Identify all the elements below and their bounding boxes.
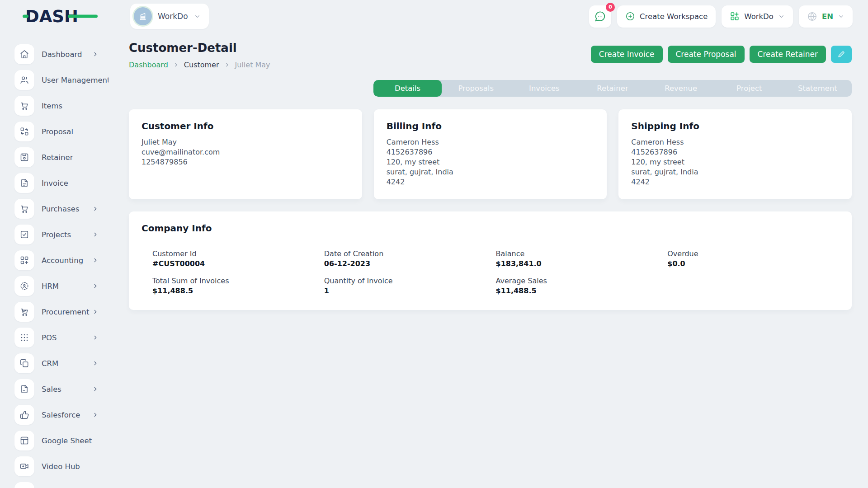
create-workspace-button[interactable]: Create Workspace	[617, 5, 716, 28]
topbar: DASH WorkDo 0	[0, 0, 868, 33]
chevron-right-icon	[92, 334, 99, 341]
workspace-switcher[interactable]: WorkDo	[130, 4, 209, 29]
grid-dots-icon	[14, 328, 34, 347]
language-label: EN	[822, 12, 833, 21]
sidebar-item-items[interactable]: Items	[14, 96, 105, 116]
create-workspace-label: Create Workspace	[640, 12, 708, 21]
tab-revenue[interactable]: Revenue	[647, 80, 715, 97]
company-field-quantity-of-invoice: Quantity of Invoice 1	[324, 277, 496, 295]
file-text-icon	[14, 173, 34, 193]
activity-icon	[14, 482, 34, 488]
page-actions: Create Invoice Create Proposal Create Re…	[591, 46, 852, 63]
breadcrumb: Dashboard Customer Juliet May	[129, 61, 270, 69]
customer-email: cuve@mailinator.com	[142, 147, 349, 157]
sidebar-item-dashboard[interactable]: Dashboard	[14, 44, 105, 64]
workdo-menu-button[interactable]: WorkDo	[722, 5, 793, 28]
customer-name: Juliet May	[142, 137, 349, 147]
sidebar-item-label: Retainer	[42, 153, 105, 162]
sidebar-item-projects[interactable]: Projects	[14, 225, 105, 244]
field-label: Date of Creation	[324, 249, 496, 258]
sidebar-item-label: Purchases	[42, 205, 92, 213]
chevron-right-icon	[92, 231, 99, 238]
sidebar-item-retainer[interactable]: Retainer	[14, 147, 105, 167]
logo-dash-accent	[23, 15, 28, 18]
edit-customer-button[interactable]	[831, 46, 852, 63]
page-title: Customer-Detail	[129, 42, 270, 55]
globe-icon	[807, 11, 817, 22]
field-value: $183,841.0	[496, 259, 668, 268]
tab-proposals[interactable]: Proposals	[442, 80, 510, 97]
billing-info-card: Billing Info Cameron Hess 4152637896 120…	[374, 109, 607, 199]
create-invoice-button[interactable]: Create Invoice	[591, 46, 663, 63]
pencil-icon	[837, 50, 845, 58]
sidebar-item-activity-log[interactable]: Activity Log	[14, 482, 105, 488]
chevron-right-icon	[92, 257, 99, 263]
swap-boxes-icon	[14, 122, 34, 141]
building-icon	[138, 11, 148, 21]
sidebar-item-pos[interactable]: POS	[14, 328, 105, 347]
shipping-info-card: Shipping Info Cameron Hess 4152637896 12…	[618, 109, 852, 199]
billing-phone: 4152637896	[387, 147, 594, 157]
card-title: Customer Info	[142, 121, 349, 131]
breadcrumb-dashboard-link[interactable]: Dashboard	[129, 61, 168, 69]
sidebar-item-user-management[interactable]: User Management	[14, 70, 105, 90]
file-text-icon	[14, 379, 34, 399]
billing-region: surat, gujrat, India	[387, 167, 594, 177]
customer-info-card: Customer Info Juliet May cuve@mailinator…	[129, 109, 362, 199]
tab-statement[interactable]: Statement	[783, 80, 852, 97]
language-selector[interactable]: EN	[799, 5, 853, 28]
card-title: Company Info	[142, 223, 839, 234]
field-value: 06-12-2023	[324, 259, 496, 268]
sidebar-item-label: Accounting	[42, 256, 92, 265]
chevron-right-icon	[224, 62, 230, 68]
breadcrumb-customer-link[interactable]: Customer	[184, 61, 219, 69]
billing-name: Cameron Hess	[387, 137, 594, 147]
create-retainer-button[interactable]: Create Retainer	[750, 46, 826, 63]
customer-phone: 1254879856	[142, 157, 349, 167]
shipping-zip: 4242	[631, 177, 839, 187]
sidebar-item-hrm[interactable]: HRM	[14, 276, 105, 296]
company-info-card: Company Info Customer Id #CUST00004 Date…	[129, 211, 852, 310]
sidebar-item-label: HRM	[42, 282, 92, 291]
sidebar-item-crm[interactable]: CRM	[14, 353, 105, 373]
messages-button[interactable]: 0	[589, 5, 611, 28]
sidebar-item-video-hub[interactable]: Video Hub	[14, 456, 105, 476]
main-content: Customer-Detail Dashboard Customer Julie…	[108, 33, 868, 488]
breadcrumb-current: Juliet May	[235, 61, 270, 69]
tab-invoices[interactable]: Invoices	[510, 80, 578, 97]
sidebar-item-label: Projects	[42, 230, 92, 239]
sidebar-item-google-sheet[interactable]: Google Sheet	[14, 431, 105, 450]
workspace-name: WorkDo	[158, 12, 188, 21]
company-field-balance: Balance $183,841.0	[496, 249, 668, 268]
tab-details[interactable]: Details	[373, 80, 442, 97]
plus-circle-icon	[625, 11, 635, 21]
table-icon	[14, 431, 34, 450]
sidebar-item-sales[interactable]: Sales	[14, 379, 105, 399]
chevron-right-icon	[92, 309, 99, 315]
sidebar-item-label: Proposal	[42, 127, 105, 136]
tab-retainer[interactable]: Retainer	[578, 80, 646, 97]
sidebar-item-accounting[interactable]: Accounting	[14, 250, 105, 270]
sidebar-item-proposal[interactable]: Proposal	[14, 122, 105, 141]
sidebar-item-invoice[interactable]: Invoice	[14, 173, 105, 193]
sidebar-item-salesforce[interactable]: Salesforce	[14, 405, 105, 425]
sidebar-item-label: Google Sheet	[42, 436, 105, 445]
shipping-address: 120, my street	[631, 157, 839, 167]
company-field-total-sum-of-invoices: Total Sum of Invoices $11,488.5	[152, 277, 324, 295]
shipping-phone: 4152637896	[631, 147, 839, 157]
chevron-right-icon	[92, 412, 99, 418]
tab-project[interactable]: Project	[715, 80, 783, 97]
cart-chart-icon	[14, 302, 34, 322]
create-proposal-button[interactable]: Create Proposal	[668, 46, 745, 63]
sidebar-item-procurement[interactable]: Procurement	[14, 302, 105, 322]
messages-badge: 0	[606, 3, 615, 12]
users-icon	[14, 70, 34, 90]
info-cards-row: Customer Info Juliet May cuve@mailinator…	[129, 109, 852, 199]
shipping-name: Cameron Hess	[631, 137, 839, 147]
scan-user-icon	[14, 276, 34, 296]
grid-plus-icon	[14, 250, 34, 270]
field-label: Overdue	[667, 249, 839, 258]
chat-bubble-icon	[594, 10, 606, 23]
sidebar-item-purchases[interactable]: Purchases	[14, 199, 105, 219]
dash-logo[interactable]: DASH	[25, 6, 93, 26]
